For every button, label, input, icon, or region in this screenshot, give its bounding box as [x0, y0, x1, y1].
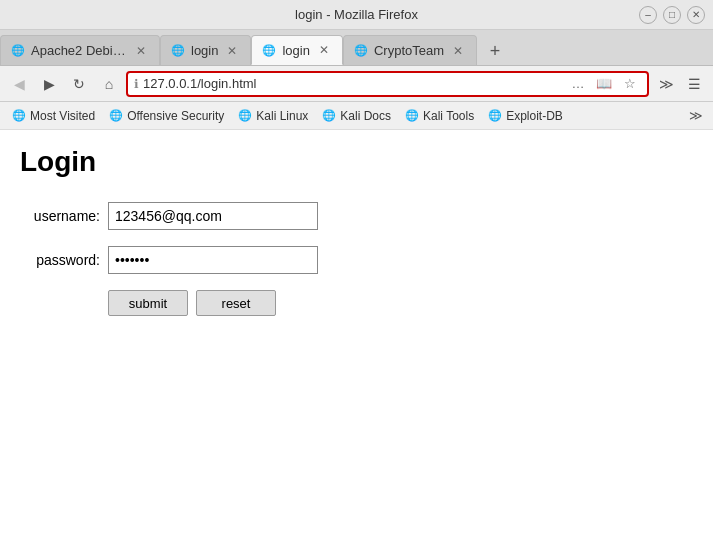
bookmark-exploit-db[interactable]: 🌐 Exploit-DB — [482, 107, 569, 125]
username-label: username: — [20, 208, 100, 224]
reload-button[interactable]: ↻ — [66, 71, 92, 97]
tab-login2[interactable]: 🌐 login ✕ — [251, 35, 342, 65]
extensions-button[interactable]: ≫ — [653, 71, 679, 97]
nav-right-controls: ≫ ☰ — [653, 71, 707, 97]
url-more-button[interactable]: … — [567, 73, 589, 95]
bookmark-kali-docs[interactable]: 🌐 Kali Docs — [316, 107, 397, 125]
password-row: password: — [20, 246, 693, 274]
forward-button[interactable]: ▶ — [36, 71, 62, 97]
titlebar: login - Mozilla Firefox – □ ✕ — [0, 0, 713, 30]
globe-icon: 🌐 — [354, 44, 368, 57]
page-title: Login — [20, 146, 693, 178]
close-window-button[interactable]: ✕ — [687, 6, 705, 24]
globe-icon: 🌐 — [171, 44, 185, 57]
url-info-icon[interactable]: ℹ — [134, 77, 139, 91]
username-row: username: — [20, 202, 693, 230]
bookmark-offensive-security[interactable]: 🌐 Offensive Security — [103, 107, 230, 125]
tab-login1[interactable]: 🌐 login ✕ — [160, 35, 251, 65]
globe-icon: 🌐 — [322, 109, 336, 122]
tab-label: login — [282, 43, 309, 58]
url-display: 127.0.0.1/login.html — [143, 76, 563, 91]
bookmarks-bar: 🌐 Most Visited 🌐 Offensive Security 🌐 Ka… — [0, 102, 713, 130]
tab-close-icon[interactable]: ✕ — [316, 42, 332, 58]
bookmark-label: Kali Linux — [256, 109, 308, 123]
submit-button[interactable]: submit — [108, 290, 188, 316]
bookmark-most-visited[interactable]: 🌐 Most Visited — [6, 107, 101, 125]
globe-icon: 🌐 — [11, 44, 25, 57]
menu-button[interactable]: ☰ — [681, 71, 707, 97]
bookmark-label: Kali Docs — [340, 109, 391, 123]
minimize-button[interactable]: – — [639, 6, 657, 24]
reader-view-button[interactable]: 📖 — [593, 73, 615, 95]
globe-icon: 🌐 — [109, 109, 123, 122]
form-buttons: submit reset — [108, 290, 693, 316]
bookmark-button[interactable]: ☆ — [619, 73, 641, 95]
maximize-button[interactable]: □ — [663, 6, 681, 24]
new-tab-button[interactable]: + — [481, 37, 509, 65]
home-button[interactable]: ⌂ — [96, 71, 122, 97]
globe-icon: 🌐 — [262, 44, 276, 57]
tab-label: login — [191, 43, 218, 58]
tab-label: CryptoTeam — [374, 43, 444, 58]
page-content: Login username: password: submit reset — [0, 130, 713, 543]
bookmark-label: Offensive Security — [127, 109, 224, 123]
globe-icon: 🌐 — [12, 109, 26, 122]
tab-apache2[interactable]: 🌐 Apache2 Debian De ✕ — [0, 35, 160, 65]
bookmark-label: Most Visited — [30, 109, 95, 123]
bookmark-label: Exploit-DB — [506, 109, 563, 123]
username-input[interactable] — [108, 202, 318, 230]
tab-close-icon[interactable]: ✕ — [450, 43, 466, 59]
tab-cryptoteam[interactable]: 🌐 CryptoTeam ✕ — [343, 35, 477, 65]
bookmark-kali-tools[interactable]: 🌐 Kali Tools — [399, 107, 480, 125]
globe-icon: 🌐 — [238, 109, 252, 122]
globe-icon: 🌐 — [405, 109, 419, 122]
url-bar[interactable]: ℹ 127.0.0.1/login.html … 📖 ☆ — [126, 71, 649, 97]
bookmarks-overflow-button[interactable]: ≫ — [685, 106, 707, 125]
password-label: password: — [20, 252, 100, 268]
tabbar: 🌐 Apache2 Debian De ✕ 🌐 login ✕ 🌐 login … — [0, 30, 713, 66]
back-button[interactable]: ◀ — [6, 71, 32, 97]
bookmark-kali-linux[interactable]: 🌐 Kali Linux — [232, 107, 314, 125]
tab-close-icon[interactable]: ✕ — [224, 43, 240, 59]
tab-label: Apache2 Debian De — [31, 43, 127, 58]
globe-icon: 🌐 — [488, 109, 502, 122]
password-input[interactable] — [108, 246, 318, 274]
tab-close-icon[interactable]: ✕ — [133, 43, 149, 59]
titlebar-title: login - Mozilla Firefox — [295, 7, 418, 22]
url-actions: … 📖 ☆ — [567, 73, 641, 95]
titlebar-controls: – □ ✕ — [639, 6, 705, 24]
reset-button[interactable]: reset — [196, 290, 276, 316]
navbar: ◀ ▶ ↻ ⌂ ℹ 127.0.0.1/login.html … 📖 ☆ ≫ ☰ — [0, 66, 713, 102]
bookmark-label: Kali Tools — [423, 109, 474, 123]
